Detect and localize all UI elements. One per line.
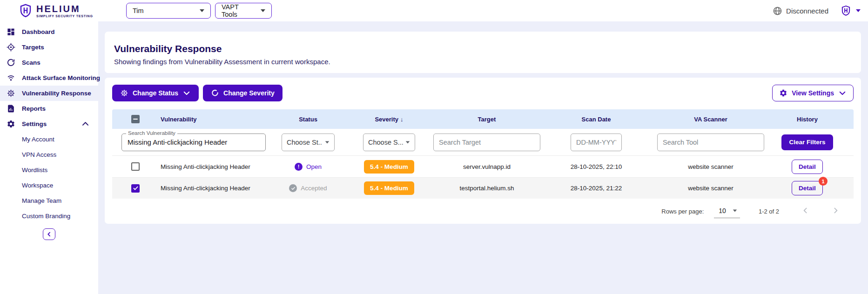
sidebar-item-reports[interactable]: Reports <box>0 101 98 116</box>
chevron-up-icon <box>81 120 90 128</box>
page-title: Vulnerability Response <box>114 43 852 54</box>
search-vulnerability-label: Search Vulnerability <box>126 130 177 136</box>
vulnerability-name: Missing Anti-clickjacking Header <box>150 163 271 170</box>
globe-icon <box>773 6 782 16</box>
helium-logo: HELIUM SIMPLIFY SECURITY TESTING <box>19 3 101 19</box>
accepted-status-icon <box>289 184 297 192</box>
status-open: ! Open <box>295 163 322 171</box>
severity-badge: 5.4 - Medium <box>364 160 414 174</box>
search-target-input[interactable] <box>433 134 540 151</box>
filter-row: Search Vulnerability Choose St.. Choose … <box>112 129 854 156</box>
caret-down-icon <box>200 9 204 12</box>
bug-icon <box>120 89 128 97</box>
chevron-right-icon <box>832 207 840 214</box>
wifi-monitor-icon <box>7 74 15 82</box>
table-row[interactable]: Missing Anti-clickjacking Header Accepte… <box>112 177 854 199</box>
caret-down-icon <box>406 141 410 143</box>
table-pagination: Rows per page: 10 1-2 of 2 <box>112 199 854 224</box>
vulnerability-name: Missing Anti-clickjacking Header <box>150 185 271 192</box>
column-header-vulnerability[interactable]: Vulnerability <box>150 116 271 123</box>
change-status-button[interactable]: Change Status <box>112 85 199 101</box>
history-count-badge: 1 <box>819 177 828 186</box>
va-scanner-value: website scanner <box>652 163 769 170</box>
sidebar-item-dashboard[interactable]: Dashboard <box>0 24 98 40</box>
status-filter-select[interactable]: Choose St.. <box>282 134 335 151</box>
scan-cycle-icon <box>7 58 15 67</box>
chevron-left-icon <box>801 207 809 214</box>
detail-button[interactable]: Detail <box>792 160 823 174</box>
sidebar-item-targets[interactable]: Targets <box>0 40 98 55</box>
shield-logo-icon <box>19 3 33 19</box>
dashboard-icon <box>7 27 15 36</box>
brand-name: HELIUM <box>36 4 93 13</box>
chevron-left-icon <box>46 231 52 237</box>
table-row[interactable]: Missing Anti-clickjacking Header ! Open … <box>112 156 854 177</box>
sidebar-collapse-button[interactable] <box>43 228 55 240</box>
caret-down-icon <box>261 9 265 12</box>
chevron-down-icon <box>838 89 847 97</box>
view-settings-button[interactable]: View Settings <box>772 85 854 101</box>
page-subtitle: Showing findings from Vulnerability Asse… <box>114 58 852 66</box>
rows-per-page-select[interactable]: 10 <box>714 205 740 218</box>
sidebar-item-vpn-access[interactable]: VPN Access <box>0 147 98 162</box>
column-header-va-scanner[interactable]: VA Scanner <box>652 116 769 123</box>
search-tool-input[interactable] <box>657 134 764 151</box>
sidebar-item-settings[interactable]: Settings <box>0 116 98 132</box>
row-checkbox[interactable] <box>131 184 140 193</box>
column-header-history[interactable]: History <box>769 116 845 123</box>
rows-per-page-label: Rows per page: <box>661 208 704 215</box>
column-header-severity[interactable]: Severity↓ <box>345 116 433 123</box>
next-page-button[interactable] <box>832 207 840 216</box>
severity-filter-select[interactable]: Choose S... <box>363 134 415 151</box>
check-icon <box>133 185 139 191</box>
sidebar-item-vulnerability-response[interactable]: Vulnerability Response <box>0 86 98 101</box>
column-header-scan-date[interactable]: Scan Date <box>540 116 652 123</box>
scan-date-value: 28-10-2025, 21:22 <box>540 185 652 192</box>
main-content: Vulnerability Response Showing findings … <box>98 21 868 294</box>
severity-badge: 5.4 - Medium <box>364 181 414 195</box>
column-header-target[interactable]: Target <box>433 116 540 123</box>
connection-status: Disconnected <box>786 7 828 15</box>
sort-desc-icon: ↓ <box>400 116 404 123</box>
bulk-actions-toolbar: Change Status Change Severity View Se <box>112 85 854 101</box>
table-header-row: Vulnerability Status Severity↓ Target Sc… <box>112 109 854 129</box>
status-accepted: Accepted <box>289 184 327 192</box>
account-shield-icon[interactable] <box>841 5 851 17</box>
workspace-select[interactable]: Tim <box>126 3 211 19</box>
sidebar-item-custom-branding[interactable]: Custom Branding <box>0 208 98 224</box>
caret-down-icon <box>733 209 737 212</box>
vapt-tools-label: VAPT Tools <box>222 3 255 18</box>
sidebar-item-workspace[interactable]: Workspace <box>0 178 98 193</box>
previous-page-button[interactable] <box>801 207 809 216</box>
caret-down-icon <box>325 141 330 143</box>
select-all-checkbox[interactable] <box>131 115 140 123</box>
topbar: HELIUM SIMPLIFY SECURITY TESTING Tim VAP… <box>0 0 868 21</box>
clear-filters-button[interactable]: Clear Filters <box>781 134 833 150</box>
scan-date-input[interactable] <box>571 134 622 151</box>
sidebar-item-attack-surface-monitoring[interactable]: Attack Surface Monitoring <box>0 70 98 86</box>
sidebar-item-wordlists[interactable]: Wordlists <box>0 162 98 178</box>
detail-button[interactable]: Detail <box>792 181 823 195</box>
brand-tagline: SIMPLIFY SECURITY TESTING <box>36 14 93 18</box>
chevron-down-icon <box>182 89 191 97</box>
search-vulnerability-field[interactable]: Search Vulnerability <box>121 134 266 151</box>
row-checkbox[interactable] <box>131 162 140 171</box>
open-status-icon: ! <box>295 163 303 171</box>
bug-icon <box>7 89 15 98</box>
vapt-tools-button[interactable]: VAPT Tools <box>215 3 272 19</box>
target-value: testportal.helium.sh <box>433 185 540 192</box>
target-value: server.vulnapp.id <box>433 163 540 170</box>
account-menu-caret-icon[interactable] <box>856 9 861 12</box>
workspace-select-value: Tim <box>133 7 144 14</box>
check-icon <box>291 186 296 191</box>
change-severity-button[interactable]: Change Severity <box>203 85 283 101</box>
sidebar-item-scans[interactable]: Scans <box>0 55 98 70</box>
target-icon <box>7 43 15 52</box>
sidebar-item-my-account[interactable]: My Account <box>0 132 98 147</box>
search-vulnerability-input[interactable] <box>128 138 260 146</box>
sidebar-item-manage-team[interactable]: Manage Team <box>0 193 98 208</box>
gear-icon <box>779 89 787 97</box>
column-header-status[interactable]: Status <box>271 116 345 123</box>
scan-date-value: 28-10-2025, 22:10 <box>540 163 652 170</box>
va-scanner-value: website scanner <box>652 185 769 192</box>
